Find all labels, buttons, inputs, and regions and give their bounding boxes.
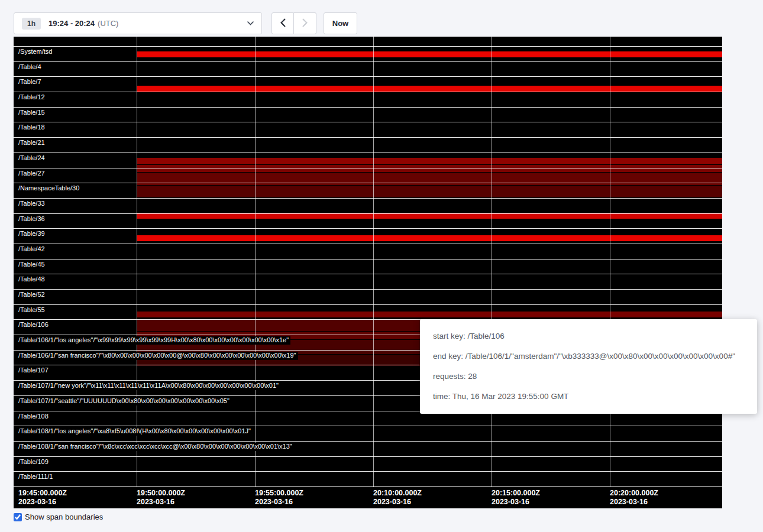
span-boundary-line [14,46,722,47]
span-label: /Table/27 [18,170,47,178]
axis-time-value: 19:50:00.000Z [137,489,185,498]
axis-time-value: 20:15:00.000Z [492,489,540,498]
axis-time-value: 19:45:00.000Z [18,489,67,498]
axis-time-value: 19:55:00.000Z [255,489,303,498]
span-boundary-line [14,289,722,290]
span-label: /Table/107 [18,366,50,375]
span-label: /Table/45 [18,261,47,269]
span-label: /Table/108 [18,413,50,421]
span-label: /Table/108/1/"los angeles"/"\xa8\xf5\u00… [18,427,253,436]
time-gridline [373,37,374,486]
span-boundary-line [14,228,722,229]
span-boundary-line [14,486,722,487]
span-label: /Table/24 [18,154,47,163]
axis-date-value: 2023-03-16 [255,498,303,507]
chevron-right-icon [302,18,308,29]
axis-date-value: 2023-03-16 [18,498,67,507]
span-label: /Table/107/1/"new york"/"\x11\x11\x11\x1… [18,382,280,390]
span-label: /Table/18 [18,124,47,132]
now-button[interactable]: Now [324,12,357,34]
span-boundary-line [14,122,722,122]
span-boundary-line [14,137,722,138]
span-label: /Table/106 [18,321,50,329]
span-label: /Table/106/1/"los angeles"/"\x99\x99\x99… [18,336,290,345]
span-label: /Table/107/1/"seattle"/"UUUUUUD\x00\x80\… [18,397,231,406]
span-label: /Table/109 [18,458,50,466]
span-boundary-line [14,244,722,244]
time-axis-label: 19:55:00.000Z2023-03-16 [255,489,303,507]
span-label: /Table/111/1 [18,473,54,481]
tooltip-line: end key: /Table/106/1/"amsterdam"/"\xb33… [433,351,744,362]
span-boundary-line [14,198,722,199]
time-axis-label: 20:15:00.000Z2023-03-16 [492,489,540,507]
axis-date-value: 2023-03-16 [492,498,540,507]
time-gridline [137,37,137,486]
previous-range-button[interactable] [271,12,294,34]
show-span-boundaries-label: Show span boundaries [25,512,103,521]
span-label: /Table/108/1/"san francisco"/"\x8c\xcc\x… [18,443,294,451]
axis-date-value: 2023-03-16 [137,498,185,507]
range-duration-badge: 1h [22,18,41,30]
span-boundary-line [14,456,722,457]
span-boundary-line [14,426,722,426]
span-label: /Table/12 [18,93,47,102]
span-label: /NamespaceTable/30 [18,184,81,193]
range-time-label: 19:24 - 20:24 [49,19,95,28]
key-visualizer-canvas[interactable]: /System/tsd/Table/4/Table/7/Table/12/Tab… [14,37,722,508]
time-nav-group [271,12,316,34]
span-boundary-line [14,441,722,442]
span-boundary-line [14,183,722,183]
next-range-button[interactable] [294,12,316,34]
span-label: /Table/36 [18,215,47,223]
heat-band [137,186,722,197]
time-axis-label: 19:45:00.000Z2023-03-16 [18,489,67,507]
heat-band [137,158,722,164]
span-boundary-line [14,76,722,77]
span-label: /Table/4 [18,63,43,72]
span-boundary-line [14,168,722,168]
span-label: /Table/48 [18,275,47,284]
span-label: /Table/21 [18,139,47,147]
span-label: /Table/33 [18,200,47,208]
span-boundary-line [14,471,722,472]
heat-band [137,235,722,241]
span-boundary-line [14,107,722,108]
span-label: /Table/7 [18,78,43,86]
span-label: /Table/15 [18,109,47,117]
tooltip-line: requests: 28 [433,371,744,382]
axis-date-value: 2023-03-16 [373,498,422,507]
show-span-boundaries-checkbox[interactable] [14,513,22,521]
time-range-select[interactable]: 1h 19:24 - 20:24 (UTC) [14,12,262,34]
span-boundary-line [14,259,722,259]
heat-band [137,312,722,317]
key-visualizer-page: { "toolbar": { "range_badge": "1h", "ran… [0,0,763,532]
span-label: /System/tsd [18,48,54,56]
span-label: /Table/42 [18,245,47,254]
tooltip-line: time: Thu, 16 Mar 2023 19:55:00 GMT [433,391,744,403]
tooltip-line: start key: /Table/106 [433,330,744,342]
axis-time-value: 20:20:00.000Z [610,489,658,498]
time-gridline [610,37,610,486]
heat-band [137,86,722,92]
heat-band [137,51,722,57]
footer-controls: Show span boundaries [14,512,103,521]
span-label: /Table/52 [18,291,47,299]
axis-time-value: 20:10:00.000Z [373,489,422,498]
span-label: /Table/39 [18,230,47,238]
time-axis-label: 20:20:00.000Z2023-03-16 [610,489,658,507]
chevron-left-icon [280,18,286,29]
axis-date-value: 2023-03-16 [610,498,658,507]
span-boundary-line [14,153,722,153]
range-timezone-label: (UTC) [98,19,118,28]
hover-tooltip: start key: /Table/106end key: /Table/106… [420,319,757,414]
time-toolbar: 1h 19:24 - 20:24 (UTC) Now [14,12,357,34]
span-boundary-line [14,92,722,92]
chevron-down-icon [247,21,254,25]
span-boundary-line [14,304,722,305]
span-label: /Table/106/1/"san francisco"/"\x80\x00\x… [18,352,298,360]
span-boundary-line [14,274,722,274]
heat-band [137,165,722,172]
span-boundary-line [14,213,722,214]
time-gridline [255,37,256,486]
span-label: /Table/55 [18,306,47,314]
